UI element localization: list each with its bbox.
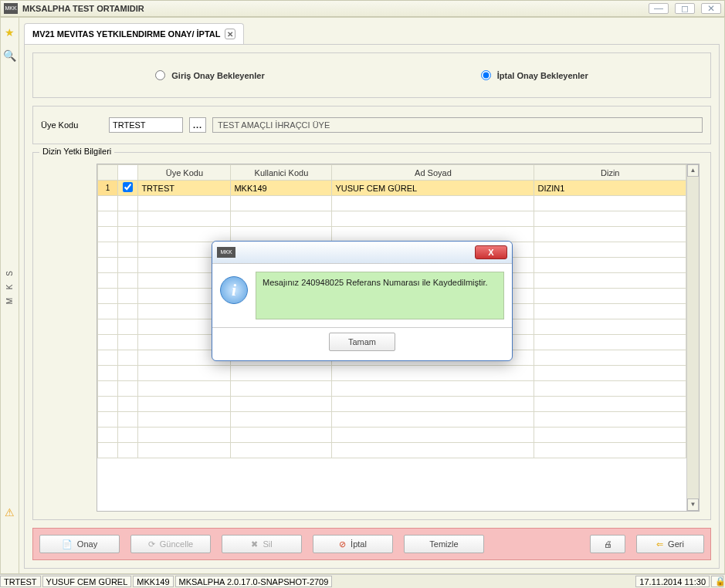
- cell-diz: [534, 443, 686, 458]
- table-row[interactable]: [98, 397, 686, 412]
- col-header-diz[interactable]: Dizin: [534, 165, 686, 181]
- sil-button[interactable]: ✖ Sil: [222, 535, 302, 553]
- cell-diz: [534, 304, 686, 319]
- search-icon[interactable]: 🔍: [3, 49, 17, 63]
- cell-uye: [138, 397, 231, 412]
- col-header-kul[interactable]: Kullanici Kodu: [231, 165, 332, 181]
- row-checkbox-cell: [118, 427, 138, 443]
- row-number: [98, 412, 118, 427]
- iptal-button-label: İptal: [351, 539, 367, 549]
- cell-ad: [332, 196, 534, 211]
- cell-diz: [534, 242, 686, 258]
- window-maximize-button[interactable]: ◻: [675, 3, 695, 14]
- cell-diz: [534, 258, 686, 273]
- status-uye: TRTEST: [0, 576, 41, 587]
- dialog-message: Mesajınız 240948025 Referans Numarası il…: [256, 272, 504, 319]
- row-number: 1: [98, 181, 118, 196]
- tab-label: MV21 MEVITAS YETKILENDIRME ONAY/ İPTAL: [32, 29, 220, 39]
- radio-giris-label: Giriş Onay Bekleyenler: [171, 71, 264, 80]
- window-titlebar: MKK MKSALPHA TEST ORTAMIDIR — ◻ ✕: [0, 0, 725, 17]
- row-number: [98, 227, 118, 242]
- dialog-ok-button[interactable]: Tamam: [329, 333, 395, 351]
- back-arrow-icon: ⇐: [656, 539, 663, 549]
- cell-kul: [231, 366, 332, 381]
- grid-vertical-scrollbar[interactable]: ▲ ▼: [686, 164, 699, 511]
- table-row[interactable]: [98, 381, 686, 397]
- row-checkbox-cell: [118, 227, 138, 242]
- col-header-ad[interactable]: Ad Soyad: [332, 165, 534, 181]
- row-checkbox-cell: [118, 258, 138, 273]
- document-icon: 📄: [62, 539, 73, 549]
- temizle-button[interactable]: Temizle: [404, 535, 484, 553]
- row-number: [98, 304, 118, 319]
- row-number: [98, 366, 118, 381]
- row-checkbox-cell: [118, 289, 138, 304]
- row-checkbox-cell: [118, 335, 138, 350]
- radio-iptal-onay[interactable]: İptal Onay Bekleyenler: [481, 70, 588, 80]
- row-checkbox-cell: [118, 366, 138, 381]
- warning-icon[interactable]: ⚠: [3, 505, 17, 519]
- tab-close-icon[interactable]: ✕: [225, 29, 235, 39]
- row-number: [98, 335, 118, 350]
- table-row[interactable]: [98, 196, 686, 211]
- onay-button[interactable]: 📄 Onay: [39, 535, 120, 553]
- table-row[interactable]: [98, 412, 686, 427]
- cell-diz: [534, 319, 686, 335]
- cell-diz: [534, 211, 686, 227]
- dialog-logo-icon: MKK: [217, 247, 235, 258]
- info-dialog: MKK X i Mesajınız 240948025 Referans Num…: [212, 241, 513, 361]
- table-row[interactable]: [98, 443, 686, 458]
- table-row[interactable]: [98, 366, 686, 381]
- row-number: [98, 211, 118, 227]
- row-checkbox[interactable]: [123, 182, 133, 192]
- table-row[interactable]: [98, 227, 686, 242]
- radio-giris-onay[interactable]: Giriş Onay Bekleyenler: [155, 70, 264, 80]
- lock-icon[interactable]: 🔒: [711, 576, 723, 587]
- window-title: MKSALPHA TEST ORTAMIDIR: [22, 4, 649, 13]
- cell-diz: [534, 335, 686, 350]
- print-button[interactable]: 🖨: [590, 535, 625, 553]
- row-checkbox-cell: [118, 381, 138, 397]
- window-minimize-button[interactable]: —: [649, 3, 669, 14]
- cell-kul: [231, 412, 332, 427]
- row-checkbox-cell: [118, 196, 138, 211]
- radio-giris-input[interactable]: [155, 70, 165, 80]
- scroll-up-button[interactable]: ▲: [687, 164, 699, 177]
- dialog-close-button[interactable]: X: [475, 245, 507, 259]
- cell-diz: [534, 366, 686, 381]
- table-row[interactable]: [98, 211, 686, 227]
- cell-kul: [231, 227, 332, 242]
- geri-button[interactable]: ⇐ Geri: [636, 535, 704, 553]
- cell-diz: [534, 427, 686, 443]
- table-row[interactable]: 1TRTESTMKK149YUSUF CEM GÜRELDIZIN1: [98, 181, 686, 196]
- cell-diz: [534, 350, 686, 366]
- uye-kodu-lookup-button[interactable]: ...: [189, 117, 206, 133]
- col-header-uye[interactable]: Üye Kodu: [138, 165, 231, 181]
- cell-diz: [534, 196, 686, 211]
- row-checkbox-cell: [118, 273, 138, 289]
- row-number: [98, 381, 118, 397]
- window-close-button[interactable]: ✕: [701, 3, 721, 14]
- uye-kodu-input[interactable]: [109, 117, 183, 133]
- temizle-button-label: Temizle: [429, 539, 458, 549]
- guncelle-button[interactable]: ⟳ Güncelle: [130, 535, 211, 553]
- dialog-titlebar[interactable]: MKK X: [212, 242, 512, 263]
- row-checkbox-cell[interactable]: [118, 181, 138, 196]
- radio-iptal-input[interactable]: [481, 70, 491, 80]
- iptal-button[interactable]: ⊘ İptal: [313, 535, 393, 553]
- scroll-down-button[interactable]: ▼: [687, 498, 699, 511]
- row-checkbox-cell: [118, 412, 138, 427]
- cell-ad: [332, 211, 534, 227]
- sidebar-vertical-label: M K S: [5, 268, 14, 304]
- tab-mv21[interactable]: MV21 MEVITAS YETKILENDIRME ONAY/ İPTAL ✕: [24, 23, 244, 44]
- cell-diz: [534, 412, 686, 427]
- cell-kul: [231, 397, 332, 412]
- table-row[interactable]: [98, 427, 686, 443]
- fieldset-legend: Dizin Yetki Bilgileri: [39, 147, 114, 156]
- cell-uye: TRTEST: [138, 181, 231, 196]
- tab-strip: MV21 MEVITAS YETKILENDIRME ONAY/ İPTAL ✕: [19, 18, 724, 44]
- row-number: [98, 242, 118, 258]
- row-number: [98, 350, 118, 366]
- cell-kul: [231, 196, 332, 211]
- star-icon[interactable]: ★: [3, 25, 17, 39]
